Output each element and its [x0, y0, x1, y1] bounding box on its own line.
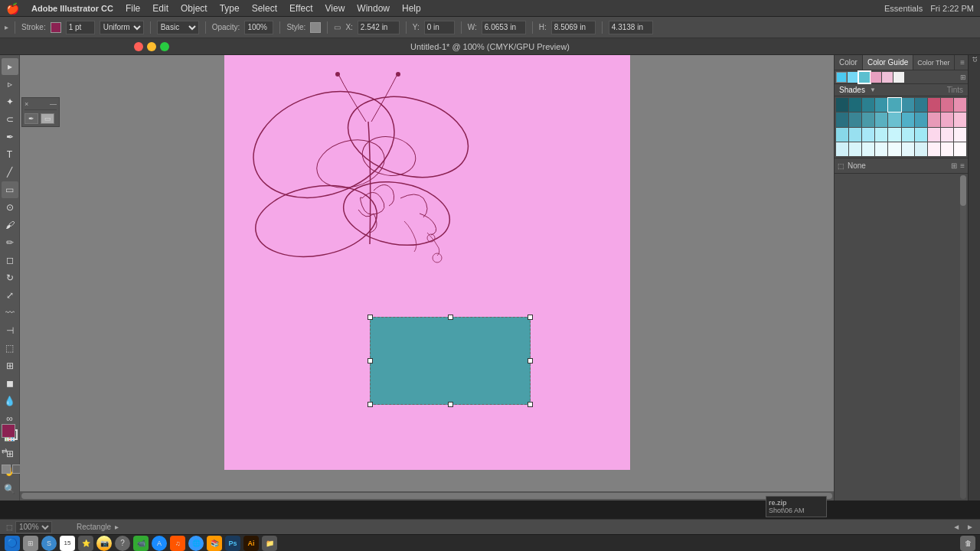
- shade-cell[interactable]: [875, 112, 887, 126]
- shade-cell[interactable]: [902, 112, 914, 126]
- menu-file[interactable]: File: [126, 3, 140, 14]
- gradient-tool[interactable]: ◼: [2, 375, 18, 392]
- menu-effect[interactable]: Effect: [289, 3, 312, 14]
- eraser-tool[interactable]: ◻: [2, 252, 18, 269]
- shade-cell[interactable]: [888, 142, 900, 156]
- y-input[interactable]: [424, 21, 455, 34]
- dock-browser[interactable]: 🌐: [188, 536, 204, 551]
- pen-tool[interactable]: ✒: [2, 129, 18, 145]
- tints-label[interactable]: Tints: [942, 86, 968, 94]
- dock-spotlight[interactable]: ⭐: [78, 536, 93, 551]
- shade-cell[interactable]: [888, 98, 900, 112]
- warp-tool[interactable]: 〰: [2, 305, 18, 321]
- shade-cell[interactable]: [941, 98, 953, 112]
- shade-cell[interactable]: [941, 128, 953, 142]
- far-right-btn-1[interactable]: ct: [971, 57, 978, 62]
- harmony-swatch-2[interactable]: [859, 72, 870, 83]
- tab-color[interactable]: Color: [835, 55, 863, 70]
- right-panel-scrollbar[interactable]: [835, 174, 968, 500]
- rect-tool[interactable]: ▭: [2, 181, 18, 198]
- shade-cell[interactable]: [915, 112, 927, 126]
- maximize-button[interactable]: [160, 42, 169, 51]
- harmony-swatch-1[interactable]: [848, 72, 858, 83]
- artboard-nav-next[interactable]: ►: [966, 523, 974, 531]
- artboard-nav-prev[interactable]: ◄: [952, 523, 960, 531]
- shade-cell[interactable]: [862, 112, 874, 126]
- shade-cell[interactable]: [836, 128, 848, 142]
- shade-cell[interactable]: [849, 128, 861, 142]
- eyedropper-tool[interactable]: 💧: [2, 393, 18, 409]
- dock-calendar[interactable]: 15: [60, 536, 75, 551]
- rotate-tool[interactable]: ↻: [2, 269, 18, 286]
- select-tool[interactable]: ▸: [2, 58, 18, 75]
- handle-bl[interactable]: [368, 402, 373, 407]
- menu-object[interactable]: Object: [181, 3, 207, 14]
- shade-cell[interactable]: [888, 112, 900, 126]
- pen-stroke-btn[interactable]: ✒: [24, 113, 38, 124]
- h-scrollbar-thumb[interactable]: [21, 493, 832, 499]
- menu-view[interactable]: View: [325, 3, 345, 14]
- pen-fill-btn[interactable]: ▭: [41, 113, 54, 124]
- harmony-swatch-4[interactable]: [882, 72, 893, 83]
- shade-cell[interactable]: [941, 142, 953, 156]
- harmony-swatch-3[interactable]: [871, 72, 881, 83]
- normal-view[interactable]: [2, 465, 11, 474]
- magic-wand-tool[interactable]: ✦: [2, 93, 18, 110]
- line-tool[interactable]: ╱: [2, 164, 18, 181]
- zoom-tool[interactable]: 🔍: [2, 481, 18, 497]
- shade-cell[interactable]: [915, 128, 927, 142]
- harmony-swatch-5[interactable]: [893, 72, 904, 83]
- handle-tr[interactable]: [528, 315, 533, 320]
- handle-tl[interactable]: [368, 315, 373, 320]
- shade-cell[interactable]: [836, 142, 848, 156]
- v-scrollbar[interactable]: [960, 175, 966, 499]
- shade-cell[interactable]: [902, 128, 914, 142]
- panel-menu-btn[interactable]: ≡: [957, 55, 968, 70]
- close-button[interactable]: [134, 42, 143, 51]
- shade-cell[interactable]: [928, 142, 940, 156]
- dock-q[interactable]: ?: [115, 536, 130, 551]
- dock-trash[interactable]: 🗑: [960, 536, 975, 551]
- shade-cell[interactable]: [928, 112, 940, 126]
- shade-cell[interactable]: [941, 112, 953, 126]
- stroke-width-input[interactable]: [66, 21, 95, 34]
- minimize-button[interactable]: [147, 42, 156, 51]
- tab-color-ther[interactable]: Color Ther: [913, 55, 954, 70]
- menu-edit[interactable]: Edit: [152, 3, 168, 14]
- dock-music[interactable]: ♫: [170, 536, 185, 551]
- direct-select-tool[interactable]: ▹: [2, 76, 18, 93]
- x-input[interactable]: [358, 21, 400, 34]
- shade-cell[interactable]: [902, 98, 914, 112]
- shade-cell[interactable]: [875, 98, 887, 112]
- dock-facetime[interactable]: 📹: [133, 536, 149, 551]
- shape-builder-tool[interactable]: ⊞: [2, 357, 18, 374]
- w-input[interactable]: [482, 21, 526, 34]
- fill-swatch[interactable]: [2, 424, 15, 438]
- shade-cell[interactable]: [915, 142, 927, 156]
- shade-cell[interactable]: [862, 98, 874, 112]
- shade-cell[interactable]: [888, 128, 900, 142]
- dock-safari[interactable]: S: [41, 536, 57, 551]
- shades-dropdown[interactable]: ▼: [870, 86, 876, 93]
- v-scrollbar-thumb[interactable]: [960, 175, 966, 206]
- zoom-indicator[interactable]: ⬚ 100%: [6, 521, 52, 533]
- tab-color-guide[interactable]: Color Guide: [863, 55, 913, 70]
- zoom-select[interactable]: 100%: [15, 521, 52, 533]
- dock-finder2[interactable]: 📁: [262, 536, 277, 551]
- selected-rectangle[interactable]: [370, 317, 531, 405]
- add-swatch-icon[interactable]: ⊞: [951, 161, 957, 170]
- shade-cell[interactable]: [954, 112, 966, 126]
- handle-ml[interactable]: [368, 358, 373, 364]
- paintbrush-tool[interactable]: 🖌: [2, 217, 18, 233]
- stroke-color-swatch[interactable]: [51, 22, 61, 33]
- horizontal-scrollbar[interactable]: [20, 491, 834, 500]
- shade-cell[interactable]: [849, 112, 861, 126]
- handle-mr[interactable]: [528, 358, 533, 364]
- shades-label[interactable]: Shades: [835, 86, 870, 94]
- dock-finder[interactable]: 🔵: [5, 536, 20, 551]
- menu-help[interactable]: Help: [402, 3, 421, 14]
- handle-tc[interactable]: [448, 315, 453, 320]
- h-input[interactable]: [551, 21, 596, 34]
- shade-cell[interactable]: [915, 98, 927, 112]
- shade-cell[interactable]: [849, 142, 861, 156]
